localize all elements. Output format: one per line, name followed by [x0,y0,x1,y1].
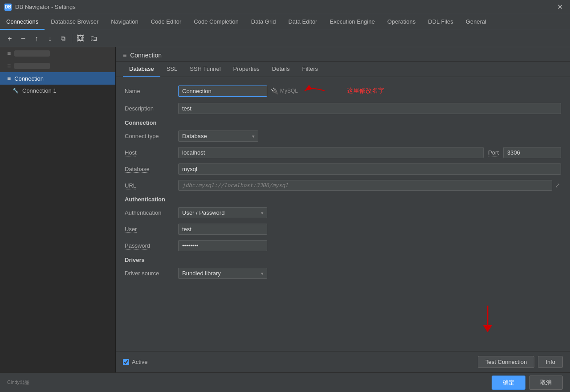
password-row: Password [125,240,561,251]
title-bar: DB DB Navigator - Settings ✕ [0,0,570,14]
sub-tab-bar: Database SSL SSH Tunnel Properties Detai… [116,62,570,77]
sub-tab-ssl[interactable]: SSL [160,62,184,77]
driver-source-row: Driver source Bundled library Custom lib… [125,268,561,279]
connect-type-select[interactable]: Database SSH Tunnel Proxy [178,131,258,142]
auth-type-select[interactable]: User / Password No auth Windows Credenti… [178,207,267,218]
url-input[interactable] [178,180,552,191]
form-area: Name 🔌 MySQL 这里修 [116,77,570,351]
annotation-text: 这里修改名字 [347,87,384,95]
url-expand-button[interactable]: ⤢ [554,181,561,190]
tab-data-editor[interactable]: Data Editor [282,14,323,30]
svg-marker-2 [483,325,492,332]
red-arrow-container [481,306,494,332]
auth-type-row: Authentication User / Password No auth W… [125,207,561,218]
main-tab-bar: Connections Database Browser Navigation … [0,14,570,30]
connection-section-title: Connection [125,119,561,126]
sub-tab-filters[interactable]: Filters [296,62,324,77]
remove-connection-button[interactable]: − [17,33,29,45]
icon-button-b[interactable]: 🗂 [88,33,100,45]
user-row: User [125,224,561,235]
active-label: Active [132,359,147,365]
bottom-bar: Active Test Connection Info [116,351,570,372]
host-row: Host Port [125,147,561,158]
annotation-arrow-svg [302,84,329,98]
right-panel: ≡ Connection Database SSL SSH Tunnel Pro… [116,47,570,372]
info-button[interactable]: Info [538,356,563,368]
connect-type-label: Connect type [125,133,178,139]
mysql-badge: 🔌 MySQL [271,87,298,94]
credit-text: Cindy出品 [7,379,29,386]
confirm-bar: Cindy出品 确定 取消 [0,372,570,392]
user-label: User [125,226,178,233]
add-connection-button[interactable]: + [4,33,16,45]
test-connection-button[interactable]: Test Connection [478,356,534,368]
sidebar-item-blurred-2[interactable]: ≡ [0,60,115,72]
mysql-label: MySQL [280,88,298,94]
connect-type-row: Connect type Database SSH Tunnel Proxy [125,131,561,142]
port-label: Port [484,149,503,156]
sidebar-db-icon-1: ≡ [7,50,11,57]
red-arrow-annotation [125,306,494,332]
tab-connections[interactable]: Connections [0,14,45,30]
sidebar-connection1-label: Connection 1 [22,87,57,94]
database-row: Database [125,163,561,175]
tab-ddl-files[interactable]: DDL Files [422,14,460,30]
tab-data-grid[interactable]: Data Grid [245,14,282,30]
auth-type-select-wrapper: User / Password No auth Windows Credenti… [178,207,267,218]
toolbar-separator [72,34,72,43]
password-input[interactable] [178,240,267,251]
sidebar-item-connection1[interactable]: 🔧 Connection 1 [0,85,115,97]
driver-source-select[interactable]: Bundled library Custom library [178,268,267,279]
sub-tab-properties[interactable]: Properties [227,62,266,77]
sub-tab-database[interactable]: Database [123,62,160,77]
confirm-button[interactable]: 确定 [492,376,525,390]
move-down-button[interactable]: ↓ [44,33,56,45]
mysql-icon: 🔌 [271,87,278,94]
password-label: Password [125,242,178,249]
move-up-button[interactable]: ↑ [30,33,43,45]
tab-execution-engine[interactable]: Execution Engine [323,14,381,30]
description-input[interactable] [178,103,561,114]
tab-code-completion[interactable]: Code Completion [187,14,244,30]
panel-header: ≡ Connection [116,47,570,62]
driver-source-label: Driver source [125,270,178,277]
active-checkbox-group: Active [123,359,147,365]
port-input[interactable] [503,147,561,158]
sidebar-item-blurred-1[interactable]: ≡ [0,47,115,60]
icon-button-a[interactable]: 🖼 [74,33,87,45]
close-button[interactable]: ✕ [554,2,566,12]
copy-button[interactable]: ⧉ [57,33,69,45]
driver-source-select-wrapper: Bundled library Custom library [178,268,267,279]
sidebar-item-connection[interactable]: ≡ Connection [0,72,115,85]
sub-tab-details[interactable]: Details [266,62,296,77]
window-title: DB Navigator - Settings [15,4,76,10]
sub-tab-ssh-tunnel[interactable]: SSH Tunnel [183,62,227,77]
bottom-buttons: Test Connection Info [478,356,563,368]
sidebar-label-blurred-1 [14,50,50,57]
tab-code-editor[interactable]: Code Editor [145,14,188,30]
connect-type-select-wrapper: Database SSH Tunnel Proxy [178,131,258,142]
tab-navigation[interactable]: Navigation [105,14,144,30]
user-input[interactable] [178,224,267,235]
name-label: Name [125,88,178,94]
sidebar-connection-label: Connection [14,75,44,82]
app-icon: DB [4,4,12,11]
sidebar-connection-icon: ≡ [7,75,11,82]
tab-general[interactable]: General [460,14,493,30]
name-input[interactable] [178,86,267,97]
active-checkbox[interactable] [123,359,129,365]
tab-database-browser[interactable]: Database Browser [45,14,105,30]
host-input[interactable] [178,147,484,158]
cancel-button[interactable]: 取消 [529,376,563,390]
database-input[interactable] [178,163,561,175]
annotation-container: 这里修改名字 [302,84,384,98]
url-row: URL ⤢ [125,180,561,191]
tab-operations[interactable]: Operations [381,14,422,30]
connection-toolbar: + − ↑ ↓ ⧉ 🖼 🗂 [0,30,570,47]
connection-section: Connection Connect type Database SSH Tun… [125,119,561,191]
sidebar: ≡ ≡ ≡ Connection 🔧 Connection 1 [0,47,116,372]
sidebar-db-icon-2: ≡ [7,62,11,69]
red-down-arrow-svg [481,306,494,332]
url-label: URL [125,182,178,189]
authentication-section: Authentication Authentication User / Pas… [125,196,561,251]
